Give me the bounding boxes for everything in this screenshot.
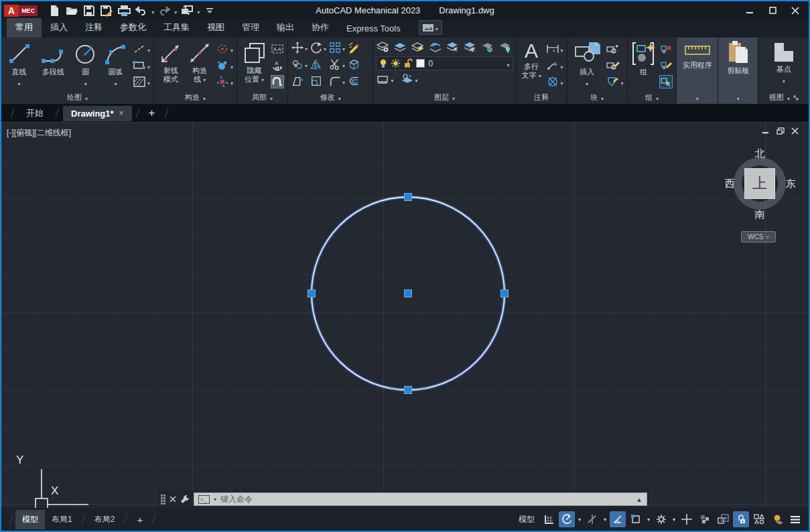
tab-parametric[interactable]: 参数化: [111, 18, 155, 38]
layer-erase-button[interactable]: [411, 41, 424, 53]
ungroup-button[interactable]: [659, 42, 673, 56]
panel-utilities-footer[interactable]: [677, 91, 718, 104]
viewcube-west-label[interactable]: 西: [723, 178, 736, 190]
mtext-button[interactable]: A 多行文字: [519, 40, 544, 91]
rectangle-flyout[interactable]: [147, 60, 150, 72]
edit-block-button[interactable]: [606, 59, 620, 72]
redo-button[interactable]: [157, 4, 172, 17]
insert-block-flyout[interactable]: [586, 76, 588, 88]
tab-view[interactable]: 视图: [198, 18, 233, 38]
edit-attribute-button[interactable]: [606, 75, 620, 88]
isolate-objects-button[interactable]: [769, 511, 785, 527]
layer-color-swatch[interactable]: [416, 59, 425, 68]
command-wrench-icon[interactable]: [180, 494, 190, 504]
new-layout-button[interactable]: +: [130, 510, 149, 529]
construction-splash-button[interactable]: [216, 59, 229, 72]
power-dimension-flyout[interactable]: [561, 43, 563, 55]
layout2-tab[interactable]: 布局2: [88, 510, 122, 529]
centerline-flyout[interactable]: [561, 76, 563, 88]
layer-isolate-button[interactable]: [446, 41, 459, 53]
viewport-minimize-icon[interactable]: [762, 127, 770, 135]
viewport-restore-icon[interactable]: [777, 127, 785, 135]
trim-flyout[interactable]: [342, 58, 345, 70]
command-input[interactable]: >_ ▾ 键入命令 ▲: [194, 492, 647, 506]
panel-annotate-footer[interactable]: 注释: [517, 91, 567, 104]
create-block-button[interactable]: [606, 42, 620, 56]
line-segment-button[interactable]: [133, 42, 146, 56]
group-selection-toggle[interactable]: [659, 75, 673, 88]
drafting-settings-button[interactable]: [653, 511, 669, 527]
panel-group-footer[interactable]: 组: [628, 91, 677, 104]
hide-position-flyout[interactable]: [261, 75, 264, 83]
panel-clipboard-footer[interactable]: [718, 91, 758, 104]
ribbon-display-toggle[interactable]: [419, 20, 442, 35]
circle-button[interactable]: 圆: [72, 40, 99, 91]
drafting-settings-dropdown[interactable]: ▾: [671, 517, 677, 523]
construction-line-flyout[interactable]: [203, 75, 206, 83]
tracking-toggle[interactable]: [584, 511, 600, 527]
hatch-button[interactable]: [133, 75, 146, 88]
annotation-scale-button[interactable]: [715, 511, 731, 527]
tab-output[interactable]: 输出: [268, 18, 303, 38]
mtext-flyout[interactable]: [539, 71, 541, 79]
layer-states-button[interactable]: [393, 41, 407, 53]
grid-display-toggle[interactable]: [541, 511, 557, 527]
tab-toolsets[interactable]: 工具集: [155, 18, 198, 38]
group-button[interactable]: 组: [630, 40, 657, 91]
base-point-flyout[interactable]: [783, 74, 785, 86]
leader-button[interactable]: A: [546, 59, 559, 72]
ray-mode-button[interactable]: 射线模式: [157, 40, 184, 91]
annotation-monitor-toggle[interactable]: [733, 511, 749, 527]
viewcube-east-label[interactable]: 东: [784, 178, 797, 190]
3d-box-button[interactable]: [347, 58, 360, 71]
construction-line-button[interactable]: 构造线: [186, 40, 213, 91]
layer-unisolate-button[interactable]: [428, 41, 442, 53]
graphics-performance-button[interactable]: [751, 511, 767, 527]
workspace-switching-button[interactable]: [697, 511, 713, 527]
maximize-button[interactable]: [763, 4, 782, 17]
tab-collaborate[interactable]: 协作: [303, 18, 338, 38]
centerline-button[interactable]: [546, 75, 559, 88]
center-mark-button[interactable]: [216, 42, 229, 56]
hatch-flyout[interactable]: [147, 76, 150, 88]
workspace-switch-button[interactable]: [180, 4, 194, 17]
utilities-button[interactable]: 实用程序: [679, 40, 715, 91]
viewport-controls[interactable]: [-][俯视][二维线框]: [7, 127, 71, 139]
layer-freeze-button[interactable]: [463, 41, 476, 53]
object-snap-dropdown[interactable]: ▾: [646, 517, 651, 523]
insert-block-button[interactable]: 插入: [570, 40, 604, 91]
panel-view-footer[interactable]: 视图: [758, 91, 809, 104]
customize-qat-button[interactable]: [202, 4, 217, 17]
mirror-button[interactable]: [310, 58, 323, 71]
undo-button[interactable]: [134, 4, 149, 17]
fillet-flyout[interactable]: [342, 75, 345, 87]
array-flyout[interactable]: [342, 42, 345, 54]
line-button[interactable]: 直线: [4, 40, 34, 91]
erase-construction-flyout[interactable]: [230, 76, 233, 88]
rotate-button[interactable]: [310, 41, 323, 54]
section-view-button[interactable]: A-A: [271, 42, 284, 56]
panel-launcher-icon[interactable]: [793, 95, 799, 101]
customization-menu-button[interactable]: [787, 511, 803, 527]
new-drawing-tab-button[interactable]: +: [143, 107, 161, 120]
offset-button[interactable]: [347, 74, 360, 88]
make-object-layer-flyout[interactable]: [391, 73, 393, 85]
app-menu-button[interactable]: A MEC: [4, 5, 38, 17]
erase-construction-button[interactable]: [216, 75, 229, 88]
edit-group-button[interactable]: [659, 59, 673, 72]
move-flyout[interactable]: [305, 42, 308, 54]
rectangle-button[interactable]: [133, 59, 146, 72]
new-file-button[interactable]: [47, 4, 62, 17]
plot-button[interactable]: [117, 4, 131, 17]
move-button[interactable]: [291, 41, 304, 54]
make-object-layer-button[interactable]: [376, 72, 389, 86]
file-tab-start[interactable]: 开始: [18, 105, 52, 122]
tab-express-tools[interactable]: Express Tools: [338, 20, 409, 38]
minimize-button[interactable]: [740, 4, 759, 17]
annotation-view-button[interactable]: A: [271, 59, 284, 72]
panel-draw-footer[interactable]: 绘图: [1, 91, 153, 104]
dynamic-input-toggle[interactable]: [679, 511, 695, 527]
file-tab-drawing1[interactable]: Drawing1* ×: [63, 106, 132, 121]
object-snap-toggle[interactable]: [628, 511, 644, 527]
layer-select-combo[interactable]: 0: [376, 56, 513, 70]
